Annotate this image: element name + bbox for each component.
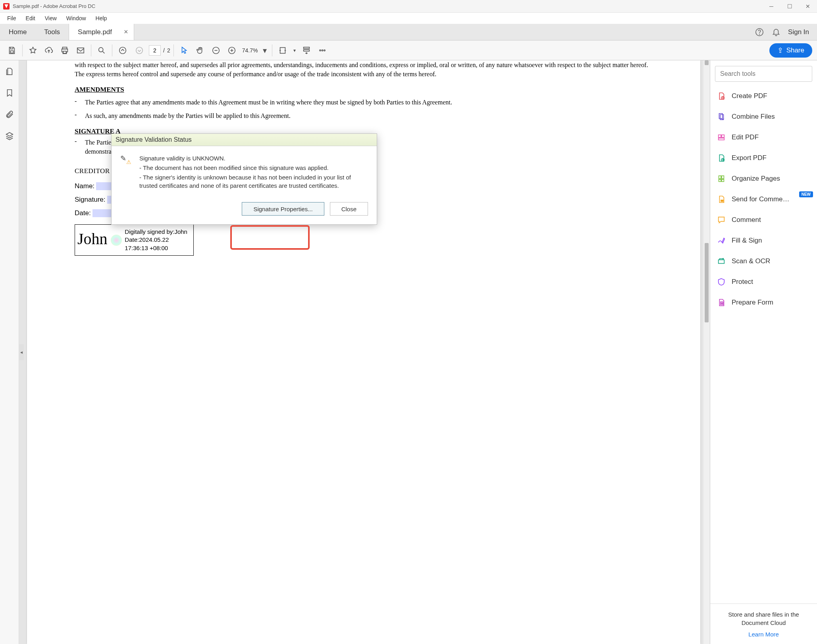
page-current-input[interactable] [149, 45, 161, 56]
help-icon[interactable] [755, 27, 764, 37]
menu-help[interactable]: Help [92, 14, 111, 23]
menu-edit[interactable]: Edit [22, 14, 39, 23]
more-icon[interactable] [315, 43, 329, 58]
thumbnails-icon[interactable] [4, 66, 15, 77]
svg-rect-18 [719, 135, 721, 137]
close-button[interactable]: ✕ [799, 0, 817, 13]
fit-width-icon[interactable] [276, 43, 290, 58]
search-icon[interactable] [94, 43, 109, 58]
learn-more-link[interactable]: Learn More [748, 631, 779, 638]
svg-point-14 [320, 50, 321, 51]
bookmark-icon[interactable] [4, 87, 15, 98]
tool-icon [717, 277, 726, 287]
signature-warning-icon [120, 154, 131, 191]
svg-rect-2 [10, 50, 13, 53]
tool-item-export-pdf[interactable]: Export PDF [710, 148, 817, 168]
tool-item-comment[interactable]: Comment [710, 210, 817, 230]
menu-window[interactable]: Window [62, 14, 90, 23]
pointer-icon[interactable] [177, 43, 191, 58]
tool-item-fill-sign[interactable]: Fill & Sign [710, 230, 817, 251]
svg-rect-19 [722, 135, 724, 137]
zoom-value[interactable]: 74.7% [241, 47, 260, 54]
maximize-button[interactable]: ☐ [780, 0, 799, 13]
signature-box[interactable]: John Digitally signed by:John Date:2024.… [75, 224, 194, 256]
zoom-in-icon[interactable] [225, 43, 239, 58]
tool-icon [717, 153, 726, 163]
tool-list: Create PDFCombine FilesEdit PDFExport PD… [710, 86, 817, 604]
footer-text: Store and share files in the Document Cl… [718, 610, 809, 627]
tool-item-combine-files[interactable]: Combine Files [710, 106, 817, 127]
doc-scrollbar-thumb[interactable] [705, 243, 709, 322]
tool-icon [717, 112, 726, 121]
sig-meta-date: Date:2024.05.22 17:36:13 +08:00 [125, 236, 191, 252]
layers-icon[interactable] [4, 130, 15, 141]
tool-icon [717, 298, 726, 307]
signature-properties-button[interactable]: Signature Properties... [242, 202, 324, 216]
svg-rect-24 [719, 179, 721, 182]
collapse-handle-icon[interactable]: ◂ [19, 344, 24, 360]
zoom-out-icon[interactable] [209, 43, 223, 58]
tool-item-organize-pages[interactable]: Organize Pages [710, 168, 817, 189]
tool-icon [717, 91, 726, 101]
page-display-icon[interactable] [299, 43, 314, 58]
dialog-line-1: Signature validity is UNKNOWN. [139, 154, 368, 163]
bell-icon[interactable] [771, 27, 781, 37]
svg-point-16 [324, 50, 325, 51]
tab-tools[interactable]: Tools [35, 24, 69, 40]
svg-rect-13 [304, 50, 310, 51]
label-date: Date: [75, 209, 91, 217]
svg-rect-20 [719, 138, 725, 140]
tab-document-label: Sample.pdf [78, 28, 121, 36]
print-icon[interactable] [58, 43, 72, 58]
minimize-button[interactable]: ─ [762, 0, 780, 13]
label-name: Name: [75, 182, 94, 190]
share-icon: ⇪ [777, 46, 783, 55]
svg-rect-23 [722, 176, 724, 179]
menubar: File Edit View Window Help [0, 13, 817, 24]
cloud-upload-icon[interactable] [42, 43, 56, 58]
save-icon[interactable] [5, 43, 19, 58]
tool-label: Export PDF [732, 154, 767, 162]
tab-document[interactable]: Sample.pdf × [69, 24, 134, 40]
tool-item-prepare-form[interactable]: Prepare Form [710, 292, 817, 313]
tool-label: Fill & Sign [732, 237, 762, 245]
search-tools-input[interactable] [720, 70, 807, 77]
svg-rect-5 [77, 48, 84, 53]
toolbar: / 2 74.7% ▾ ▾ ⇪ Share [0, 40, 817, 60]
sig-meta-signed: Digitally signed by:John [125, 228, 191, 236]
page-up-icon[interactable] [116, 43, 130, 58]
tool-icon [717, 215, 726, 225]
hand-icon[interactable] [193, 43, 207, 58]
tool-item-send-for-comme[interactable]: Send for Comme…NEW [710, 189, 817, 210]
mail-icon[interactable] [73, 43, 88, 58]
tab-close-icon[interactable]: × [121, 28, 131, 36]
tool-label: Comment [732, 216, 761, 224]
svg-rect-25 [722, 179, 724, 182]
svg-point-1 [759, 34, 760, 34]
signin-link[interactable]: Sign In [788, 28, 809, 36]
signature-validation-dialog: Signature Validation Status Signature va… [111, 133, 377, 225]
menu-file[interactable]: File [3, 14, 20, 23]
titlebar: Sample.pdf - Adobe Acrobat Pro DC ─ ☐ ✕ [0, 0, 817, 13]
tool-item-protect[interactable]: Protect [710, 272, 817, 292]
tool-item-edit-pdf[interactable]: Edit PDF [710, 127, 817, 148]
attachment-icon[interactable] [4, 109, 15, 120]
tool-item-scan-ocr[interactable]: Scan & OCR [710, 251, 817, 272]
star-icon[interactable] [26, 43, 40, 58]
menu-view[interactable]: View [41, 14, 61, 23]
tool-item-create-pdf[interactable]: Create PDF [710, 86, 817, 106]
share-button[interactable]: ⇪ Share [769, 43, 812, 58]
doc-scrollbar[interactable] [703, 60, 710, 644]
zoom-dropdown-icon[interactable]: ▾ [261, 43, 269, 58]
page-down-icon[interactable] [132, 43, 146, 58]
nav-rail [0, 60, 19, 644]
close-dialog-button[interactable]: Close [330, 202, 368, 216]
search-tools-box[interactable] [715, 66, 812, 82]
fit-width-arrow-icon[interactable]: ▾ [291, 43, 298, 58]
tab-home[interactable]: Home [0, 24, 35, 40]
share-label: Share [786, 46, 804, 54]
bullet-dash: - [75, 111, 79, 120]
tool-label: Organize Pages [732, 175, 780, 183]
tool-label: Combine Files [732, 113, 775, 121]
new-badge: NEW [799, 191, 813, 197]
